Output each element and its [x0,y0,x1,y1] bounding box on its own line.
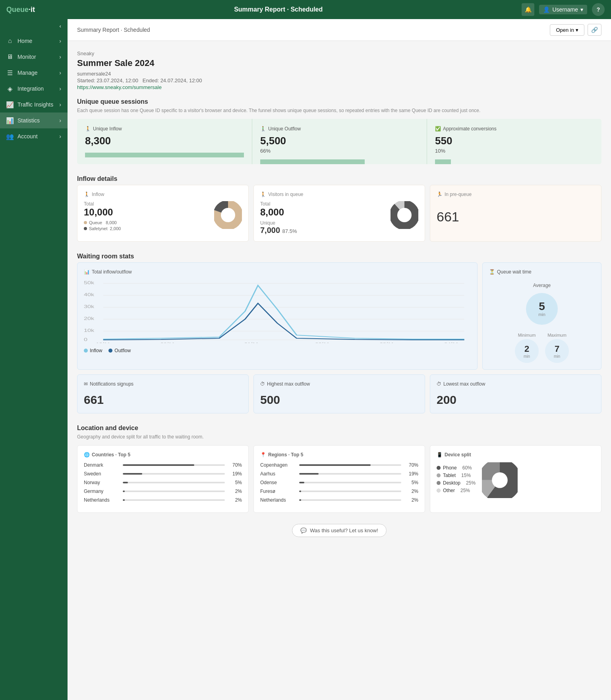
country-row: Netherlands 2% [84,497,242,503]
device-title: Device split [445,452,471,458]
notifications-label: Notifications signups [90,381,133,387]
inflow-total-value: 10,000 [84,207,121,218]
traffic-insights-icon: 📈 [6,101,14,108]
account-icon: 👥 [6,133,14,140]
svg-text:0: 0 [84,337,87,342]
uqs-section-desc: Each queue session has one Queue ID spec… [77,108,601,113]
uqs-section-title: Unique queue sessions [77,98,601,105]
uqs-inflow-label: Unique Inflow [93,126,122,132]
qwt-min-unit: min [524,354,530,359]
sidebar-item-integration[interactable]: ◈ Integration › [0,81,68,97]
sidebar-item-statistics[interactable]: 📊 Statistics › [0,112,68,128]
stats-row: ✉ Notifications signups 661 ⏱ Highest ma… [77,374,601,413]
country-row: Norway 5% [84,480,242,485]
lowest-outflow-value: 200 [437,393,595,407]
waiting-room-title: Waiting room stats [77,253,601,260]
regions-title: Regions · Top 5 [268,452,303,458]
report-title: Summer Sale 2024 [77,58,601,68]
uqs-outflow-pct: 66% [260,148,419,154]
country-row: Sweden 19% [84,471,242,477]
sidebar-item-label: Manage [17,70,38,76]
top-nav-right: 🔔 👤 Username ▾ ? [522,3,605,16]
uqs-outflow-label: Unique Outflow [268,126,301,132]
sidebar-item-home[interactable]: ⌂ Home › [0,33,68,49]
user-menu-button[interactable]: 👤 Username ▾ [539,5,587,14]
sidebar-item-label: Traffic Insights [17,101,53,108]
chevron-right-icon: › [59,38,61,44]
top-nav: Queue·it Summary Report · Scheduled 🔔 👤 … [0,0,611,19]
countries-title: Countries · Top 5 [92,452,130,458]
notification-button[interactable]: 🔔 [522,3,534,16]
person-walk-icon: 🚶 [85,126,91,132]
report-dates: Started: 23.07.2024, 12:00 Ended: 24.07.… [77,78,601,83]
uqs-card-inflow: 🚶 Unique Inflow 8,300 [77,119,252,164]
inflow-outflow-chart: 50k 40k 30k 20k 10k 0 [84,279,471,343]
sidebar-item-monitor[interactable]: 🖥 Monitor › [0,49,68,65]
open-in-label: Open in [556,27,574,33]
uqs-conv-value: 550 [435,135,594,147]
country-row: Germany 2% [84,489,242,494]
region-row: Copenhagen 70% [260,462,418,468]
visitors-unique-label: Unique [260,220,297,226]
inflow-outflow-card: 📊 Total inflow/outflow 50k 40k 30k 20k 1… [77,262,478,370]
copy-link-button[interactable]: 🔗 [588,24,601,36]
report-event-id: summersale24 [77,71,601,77]
visitors-pie [391,201,418,229]
visitors-icon: 🚶 [260,192,266,197]
username-label: Username [552,6,578,13]
qwt-max-value: 7 [555,344,559,354]
sidebar-item-label: Account [17,133,38,140]
qwt-average-value: 5 [539,301,545,312]
home-icon: ⌂ [6,37,14,45]
chart-legend: Inflow Outflow [84,348,471,353]
countries-card: 🌐 Countries · Top 5 Denmark 70% Sweden 1 [77,445,249,513]
open-in-button[interactable]: Open in ▾ [550,24,584,36]
device-phone: Phone 60% [437,465,476,471]
svg-text:10k: 10k [84,328,94,333]
feedback-icon: 💬 [300,527,307,533]
uqs-inflow-value: 8,300 [85,135,244,147]
logo-text: Queue [6,6,29,14]
country-row: Denmark 70% [84,462,242,468]
uqs-conv-bar [435,159,594,164]
feedback-button[interactable]: 💬 Was this useful? Let us know! [292,524,387,537]
device-desktop: Desktop 25% [437,480,476,486]
device-icon: 📱 [437,452,443,458]
queue-wait-card: ⏳ Queue wait time Average 5 min Minimum [482,262,601,370]
region-row: Furesø 2% [260,489,418,494]
svg-text:30k: 30k [84,304,94,309]
svg-text:19/11: 19/11 [96,342,110,343]
stat-card-lowest-outflow: ⏱ Lowest max outflow 200 [430,374,601,413]
lowest-outflow-label: Lowest max outflow [443,381,485,387]
sidebar-item-traffic-insights[interactable]: 📈 Traffic Insights › [0,97,68,112]
regions-card: 📍 Regions · Top 5 Copenhagen 70% Aarhus [253,445,425,513]
qwt-average-unit: min [538,312,545,317]
unique-queue-sessions-section: Unique queue sessions Each queue session… [77,98,601,164]
location-device-title: Location and device [77,425,601,432]
prequeue-label: In pre-queue [445,192,472,197]
qwt-max-label: Maximum [547,333,567,337]
sidebar-collapse-button[interactable]: ‹ [0,19,68,33]
link-icon: 🔗 [591,27,598,33]
chevron-right-icon: › [59,54,61,60]
svg-point-28 [492,472,508,488]
queue-wait-title: Queue wait time [497,269,532,275]
gauge-low-icon: ⏱ [437,381,441,387]
stat-card-highest-outflow: ⏱ Highest max outflow 500 [253,374,425,413]
svg-text:20/11: 20/11 [160,342,175,343]
sidebar-item-manage[interactable]: ☰ Manage › [0,65,68,81]
region-row: Odense 5% [260,480,418,485]
help-button[interactable]: ? [592,3,605,16]
stat-card-notifications: ✉ Notifications signups 661 [77,374,249,413]
inflow-label: Inflow [92,192,104,197]
region-row: Aarhus 19% [260,471,418,477]
location-grid: 🌐 Countries · Top 5 Denmark 70% Sweden 1 [77,445,601,513]
notifications-value: 661 [84,393,242,407]
visitors-total-value: 8,000 [260,207,297,218]
inflow-details-section: Inflow details 🚶 Inflow Total 10,000 Que… [77,175,601,242]
countries-list: Denmark 70% Sweden 19% Norway 5% [84,462,242,503]
uqs-conv-label: Approximate conversions [443,126,497,132]
sidebar-item-account[interactable]: 👥 Account › [0,128,68,144]
chevron-right-icon: › [59,85,61,92]
manage-icon: ☰ [6,69,14,76]
